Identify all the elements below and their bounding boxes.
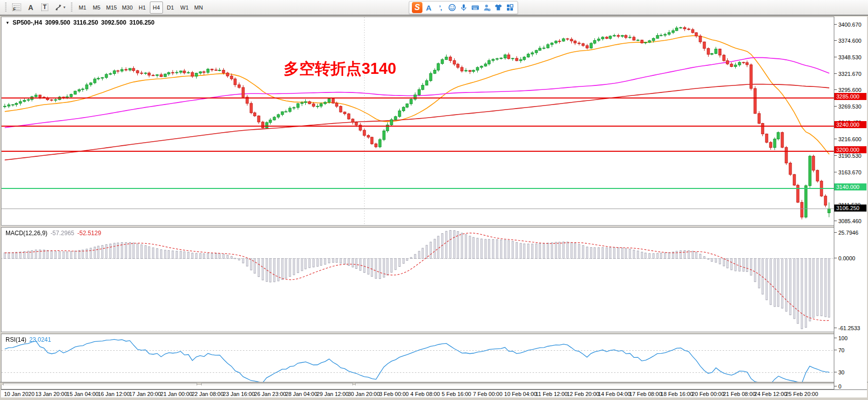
time-axis[interactable]: 10 Jan 202013 Jan 20:0015 Jan 04:0016 Ja… bbox=[1, 389, 867, 397]
timeframe-m5-button[interactable]: M5 bbox=[90, 2, 103, 14]
timeframe-d1-button[interactable]: D1 bbox=[164, 2, 177, 14]
timeframe-m15-button[interactable]: M15 bbox=[104, 2, 119, 14]
toolbar-grip[interactable] bbox=[70, 3, 73, 13]
rsi-tick-100: 100 bbox=[834, 335, 867, 342]
price-tick-3216.600: 3216.600 bbox=[834, 136, 867, 143]
time-label: 5 Feb 16:00 bbox=[442, 391, 471, 397]
ohlc-close: 3106.250 bbox=[129, 19, 154, 26]
time-label: 11 Feb 12:00 bbox=[536, 391, 568, 397]
input-mode-icon[interactable]: A bbox=[423, 3, 434, 13]
current-price-line bbox=[2, 209, 834, 209]
chart-title: ▼ SP500-,H4 3099.500 3116.250 3092.500 3… bbox=[6, 19, 154, 26]
time-label: 4 Feb 08:00 bbox=[410, 391, 440, 397]
hline-3140.000[interactable] bbox=[2, 188, 834, 189]
arrows-icon bbox=[54, 4, 62, 12]
arrows-dropdown-caret[interactable]: ▾ bbox=[63, 5, 65, 10]
chart-frame: ▼ SP500-,H4 3099.500 3116.250 3092.500 3… bbox=[0, 15, 868, 397]
bottom-segment bbox=[355, 383, 865, 385]
time-label: 14 Feb 04:00 bbox=[598, 391, 631, 397]
price-badge-3285.000: 3285.000 bbox=[834, 93, 866, 100]
price-badge-3140.000: 3140.000 bbox=[834, 183, 866, 190]
price-axis[interactable]: 3400.6703374.6003348.5303321.6703295.600… bbox=[834, 17, 867, 389]
rsi-label: RSI(14)23.0241 bbox=[6, 336, 51, 343]
time-label: 23 Jan 16:00 bbox=[223, 391, 255, 397]
timeframe-group: M1M5M15M30H1H4D1W1MN bbox=[75, 2, 206, 14]
punctuation-icon[interactable]: ’, bbox=[435, 3, 446, 13]
macd-tick-25.7946: 25.7946 bbox=[834, 229, 867, 236]
macd-tick-0.0000: 0.0000 bbox=[834, 255, 867, 262]
time-label: 20 Feb 00:00 bbox=[692, 391, 725, 397]
price-tick-3321.670: 3321.670 bbox=[834, 70, 867, 77]
price-chart-canvas[interactable] bbox=[2, 17, 834, 225]
timeframe-mn-button[interactable]: MN bbox=[192, 2, 205, 14]
symbol-period-label: SP500-,H4 bbox=[13, 19, 42, 26]
timeframe-m30-button[interactable]: M30 bbox=[120, 2, 134, 14]
price-pane: ▼ SP500-,H4 3099.500 3116.250 3092.500 3… bbox=[1, 17, 867, 226]
time-label: 18 Feb 16:00 bbox=[660, 391, 693, 397]
macd-name: MACD(12,26,9) bbox=[6, 230, 47, 237]
rsi-tick-0: 0 bbox=[834, 383, 867, 390]
time-label: 21 Feb 08:00 bbox=[723, 391, 756, 397]
time-label: 10 Jan 2020 bbox=[4, 391, 35, 397]
drawing-tools-group: FAT▾ bbox=[10, 2, 68, 14]
timeframe-m1-button[interactable]: M1 bbox=[76, 2, 89, 14]
soft-keyboard-icon[interactable] bbox=[470, 3, 480, 13]
toolbox-icon[interactable] bbox=[504, 3, 515, 13]
timeframe-h4-button[interactable]: H4 bbox=[150, 2, 163, 14]
time-label: 29 Jan 12:00 bbox=[317, 391, 349, 397]
bottom-segment bbox=[201, 383, 353, 385]
ohlc-low: 3092.500 bbox=[101, 19, 126, 26]
price-tick-3400.670: 3400.670 bbox=[834, 21, 867, 28]
text-icon: T bbox=[41, 4, 48, 11]
text-tool-button[interactable]: T bbox=[38, 2, 51, 14]
time-label: 26 Jan 23:00 bbox=[254, 391, 286, 397]
hline-3200.000[interactable] bbox=[2, 151, 834, 152]
rsi-pane: RSI(14)23.0241 bbox=[1, 334, 867, 389]
time-label: 12 Feb 20:00 bbox=[567, 391, 599, 397]
time-label: 30 Jan 20:00 bbox=[348, 391, 380, 397]
time-label: 10 Feb 04:00 bbox=[504, 391, 537, 397]
time-label: 13 Jan 20:00 bbox=[35, 391, 67, 397]
timeframe-h1-button[interactable]: H1 bbox=[136, 2, 149, 14]
ohlc-high: 3116.250 bbox=[73, 19, 98, 26]
macd-canvas[interactable] bbox=[2, 228, 834, 331]
bottom-segment bbox=[3, 383, 197, 385]
rsi-tick-70: 70 bbox=[834, 347, 867, 354]
rsi-tick-30: 30 bbox=[834, 369, 867, 376]
price-tick-3295.600: 3295.600 bbox=[834, 86, 867, 93]
time-label: 22 Jan 08:00 bbox=[192, 391, 224, 397]
price-tick-3374.600: 3374.600 bbox=[834, 37, 867, 44]
macd-signal-value: -52.5129 bbox=[77, 230, 101, 237]
voice-input-icon[interactable] bbox=[458, 3, 469, 13]
time-label: 24 Feb 12:00 bbox=[754, 391, 787, 397]
time-label: 17 Feb 08:00 bbox=[629, 391, 662, 397]
time-label: 25 Feb 20:00 bbox=[786, 391, 818, 397]
price-tick-3348.530: 3348.530 bbox=[834, 54, 867, 61]
macd-tick--61.2533: -61.2533 bbox=[834, 325, 867, 332]
skin-icon[interactable] bbox=[493, 3, 503, 13]
price-badge-3200.000: 3200.000 bbox=[834, 146, 866, 153]
fibonacci-retracement-tool-button[interactable]: F bbox=[10, 2, 23, 14]
hline-3240.000[interactable] bbox=[2, 126, 834, 127]
text-label-tool-button[interactable]: A bbox=[24, 2, 37, 14]
toolbar-grip[interactable] bbox=[5, 3, 7, 13]
current-price-badge: 3106.250 bbox=[834, 205, 866, 212]
price-tick-3163.670: 3163.670 bbox=[834, 169, 867, 176]
macd-pane: MACD(12,26,9)-57.2965-52.5129 bbox=[1, 228, 867, 332]
time-label: 28 Jan 04:00 bbox=[285, 391, 317, 397]
account-icon[interactable] bbox=[481, 3, 492, 13]
timeframe-w1-button[interactable]: W1 bbox=[178, 2, 191, 14]
rsi-canvas[interactable] bbox=[2, 334, 834, 388]
pivot-annotation-text[interactable]: 多空转折点3140 bbox=[284, 58, 396, 79]
arrows-tool-button[interactable]: ▾ bbox=[52, 2, 67, 14]
bottom-strip bbox=[0, 382, 868, 385]
hline-3285.000[interactable] bbox=[2, 97, 834, 98]
ime-toolbar: SA’, bbox=[409, 1, 518, 14]
ohlc-open: 3099.500 bbox=[45, 19, 70, 26]
time-label: 16 Jan 12:00 bbox=[98, 391, 130, 397]
time-label: 15 Jan 04:00 bbox=[66, 391, 99, 397]
sogou-logo-icon[interactable]: S bbox=[412, 3, 422, 13]
emoji-icon[interactable] bbox=[447, 3, 457, 13]
price-badge-3240.000: 3240.000 bbox=[834, 121, 866, 128]
chart-collapse-icon[interactable]: ▼ bbox=[6, 21, 10, 25]
